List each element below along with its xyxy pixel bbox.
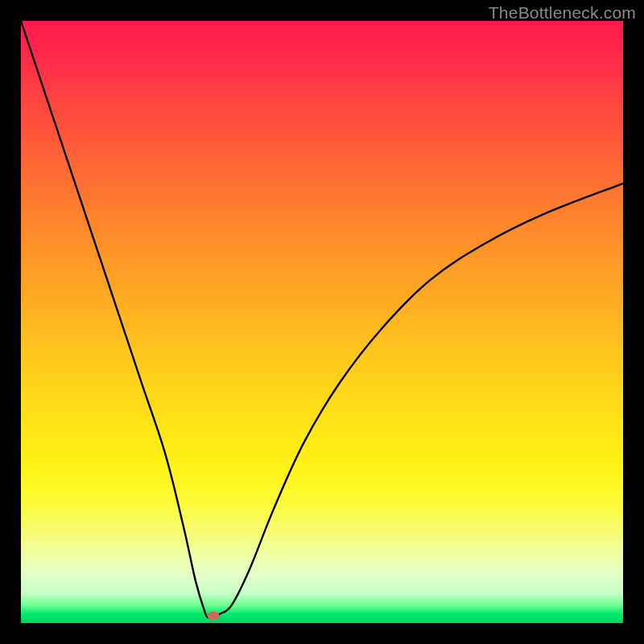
watermark-text: TheBottleneck.com (489, 3, 636, 23)
curve-path (21, 21, 623, 617)
bottleneck-curve (21, 21, 623, 623)
optimal-point-marker (208, 612, 220, 621)
chart-plot-area (21, 21, 623, 623)
